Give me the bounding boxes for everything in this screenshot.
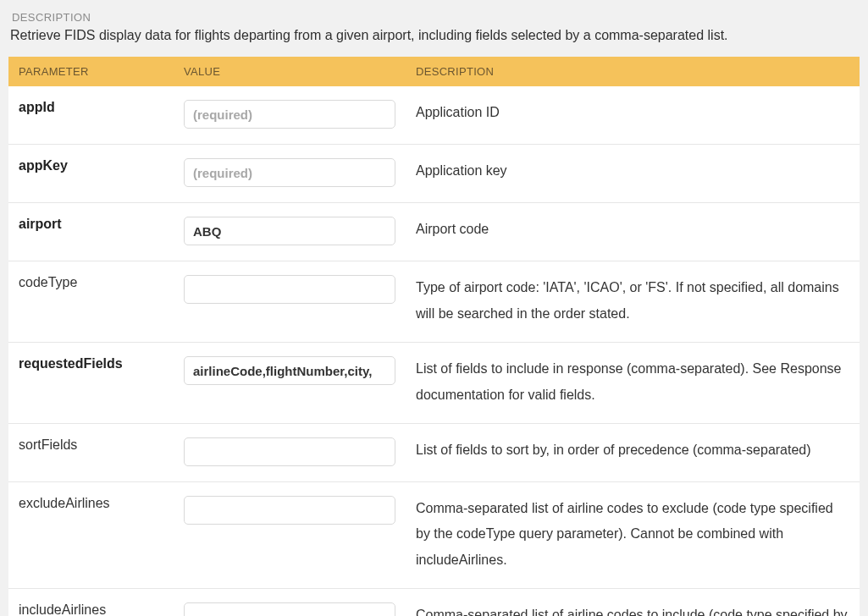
param-name-airport: airport — [8, 203, 174, 261]
table-row: sortFields List of fields to sort by, in… — [8, 423, 860, 481]
param-value-cell — [174, 86, 406, 145]
sortFields-input[interactable] — [184, 437, 395, 466]
param-desc-includeAirlines: Comma-separated list of airline codes to… — [406, 589, 860, 616]
table-row: codeType Type of airport code: 'IATA', '… — [8, 261, 860, 343]
table-row: excludeAirlines Comma-separated list of … — [8, 481, 860, 588]
param-desc-sortFields: List of fields to sort by, in order of p… — [406, 423, 860, 481]
param-name-appKey: appKey — [8, 145, 174, 203]
param-desc-codeType: Type of airport code: 'IATA', 'ICAO', or… — [406, 261, 860, 343]
param-value-cell — [174, 589, 406, 616]
section-description: Retrieve FIDS display data for flights d… — [10, 26, 860, 45]
param-name-sortFields: sortFields — [8, 423, 174, 481]
parameter-table: PARAMETER VALUE DESCRIPTION appId Applic… — [8, 57, 860, 616]
table-row: airport Airport code — [8, 203, 860, 261]
table-row: appId Application ID — [8, 86, 860, 145]
param-value-cell — [174, 261, 406, 343]
param-desc-excludeAirlines: Comma-separated list of airline codes to… — [406, 481, 860, 588]
section-label: DESCRIPTION — [12, 11, 860, 24]
excludeAirlines-input[interactable] — [184, 496, 395, 525]
param-value-cell — [174, 481, 406, 588]
header-value: VALUE — [174, 57, 406, 86]
table-row: includeAirlines Comma-separated list of … — [8, 589, 860, 616]
header-description: DESCRIPTION — [406, 57, 860, 86]
param-name-appId: appId — [8, 86, 174, 145]
param-name-excludeAirlines: excludeAirlines — [8, 481, 174, 588]
param-name-requestedFields: requestedFields — [8, 343, 174, 424]
param-name-codeType: codeType — [8, 261, 174, 343]
airport-input[interactable] — [184, 217, 395, 245]
includeAirlines-input[interactable] — [184, 602, 395, 616]
table-row: appKey Application key — [8, 145, 860, 203]
param-value-cell — [174, 145, 406, 203]
param-desc-airport: Airport code — [406, 203, 860, 261]
codeType-input[interactable] — [184, 275, 395, 304]
requestedFields-input[interactable] — [184, 356, 395, 385]
param-name-includeAirlines: includeAirlines — [8, 589, 174, 616]
param-value-cell — [174, 343, 406, 424]
appKey-input[interactable] — [184, 158, 395, 187]
header-parameter: PARAMETER — [8, 57, 174, 86]
param-value-cell — [174, 203, 406, 261]
table-row: requestedFields List of fields to includ… — [8, 343, 860, 424]
param-value-cell — [174, 423, 406, 481]
appId-input[interactable] — [184, 100, 395, 129]
param-desc-appId: Application ID — [406, 86, 860, 145]
param-desc-appKey: Application key — [406, 145, 860, 203]
param-desc-requestedFields: List of fields to include in response (c… — [406, 343, 860, 424]
